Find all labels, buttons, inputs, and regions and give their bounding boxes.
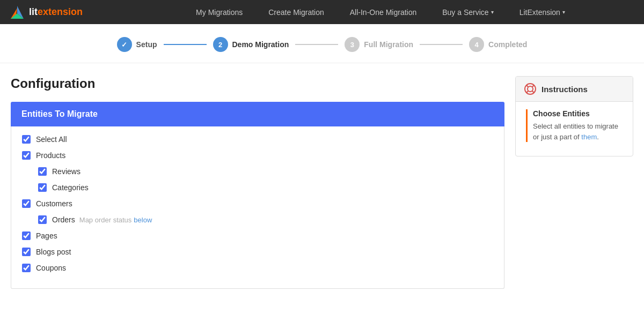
checkbox-customers[interactable] <box>22 199 31 208</box>
label-orders[interactable]: Orders <box>52 215 75 224</box>
checkbox-customers-row: Customers <box>22 199 493 208</box>
instructions-box: Instructions Choose Entities Select all … <box>515 76 633 156</box>
logo[interactable]: litextension <box>9 4 104 21</box>
step-full-label: Full Migration <box>364 40 413 49</box>
instructions-title: Instructions <box>541 85 588 94</box>
checkbox-orders[interactable] <box>38 215 47 224</box>
step-line-2 <box>295 44 338 45</box>
checkbox-select-all[interactable] <box>22 135 31 144</box>
step-setup: ✓ Setup <box>117 37 157 52</box>
nav-create-migration[interactable]: Create Migration <box>255 0 337 24</box>
checkbox-pages[interactable] <box>22 231 31 240</box>
nav-my-migrations[interactable]: My Migrations <box>183 0 255 24</box>
checkbox-products-row: Products <box>22 151 493 160</box>
steps-bar: ✓ Setup 2 Demo Migration 3 Full Migratio… <box>0 24 644 63</box>
label-reviews[interactable]: Reviews <box>52 167 80 176</box>
nav-all-in-one[interactable]: All-In-One Migration <box>337 0 430 24</box>
svg-line-8 <box>526 91 529 93</box>
section-body-text1: Select all entities to migrate or just a… <box>533 122 618 141</box>
checkbox-reviews[interactable] <box>38 167 47 176</box>
svg-line-9 <box>532 91 535 93</box>
checkbox-coupons[interactable] <box>22 264 31 272</box>
step-setup-circle: ✓ <box>117 37 132 52</box>
right-panel: Instructions Choose Entities Select all … <box>515 76 633 289</box>
checkbox-coupons-row: Coupons <box>22 264 493 272</box>
svg-line-7 <box>532 85 535 87</box>
step-completed-circle: 4 <box>469 37 484 52</box>
step-demo-circle: 2 <box>213 37 228 52</box>
checkbox-categories[interactable] <box>38 183 47 192</box>
step-completed-label: Completed <box>488 40 527 49</box>
nav-buy-service[interactable]: Buy a Service▾ <box>429 0 506 24</box>
lifesaver-icon <box>524 83 536 95</box>
step-completed: 4 Completed <box>469 37 527 52</box>
left-panel: Configuration Entities To Migrate Select… <box>11 76 504 289</box>
navbar: litextension My Migrations Create Migrat… <box>0 0 644 24</box>
step-full: 3 Full Migration <box>345 37 413 52</box>
checkbox-reviews-row: Reviews <box>22 167 493 176</box>
step-setup-label: Setup <box>136 40 157 49</box>
label-coupons[interactable]: Coupons <box>36 264 66 272</box>
svg-line-6 <box>526 85 529 87</box>
step-demo-label: Demo Migration <box>232 40 289 49</box>
step-line-3 <box>420 44 463 45</box>
logo-ext: extension <box>38 6 83 18</box>
section-body-link[interactable]: them <box>581 133 597 141</box>
nav-litextension[interactable]: LitExtension▾ <box>507 0 578 24</box>
step-line-1 <box>164 44 207 45</box>
page-title: Configuration <box>11 76 504 91</box>
main-content: Configuration Entities To Migrate Select… <box>0 63 644 289</box>
checkbox-products[interactable] <box>22 151 31 160</box>
step-demo: 2 Demo Migration <box>213 37 289 52</box>
entities-header: Entities To Migrate <box>11 102 504 126</box>
logo-lit: lit <box>29 6 38 18</box>
label-select-all[interactable]: Select All <box>36 135 67 144</box>
label-customers[interactable]: Customers <box>36 199 72 208</box>
entities-body: Select All Products Reviews Categories C… <box>11 126 504 289</box>
label-pages[interactable]: Pages <box>36 231 57 240</box>
instructions-header: Instructions <box>516 77 633 102</box>
checkbox-orders-row: Orders Map order status below <box>22 215 493 224</box>
step-full-circle: 3 <box>345 37 360 52</box>
instructions-section: Choose Entities Select all entities to m… <box>526 109 624 142</box>
instructions-body: Choose Entities Select all entities to m… <box>516 102 633 156</box>
checkbox-select-all-row: Select All <box>22 135 493 144</box>
checkbox-blogs-row: Blogs post <box>22 248 493 256</box>
buy-service-caret: ▾ <box>491 9 494 15</box>
instructions-section-title: Choose Entities <box>533 109 624 118</box>
map-order-link[interactable]: below <box>134 216 152 224</box>
label-blogs[interactable]: Blogs post <box>36 248 71 256</box>
nav-links: My Migrations Create Migration All-In-On… <box>126 0 635 24</box>
map-order-text: Map order status <box>79 216 132 224</box>
label-categories[interactable]: Categories <box>52 183 89 192</box>
section-body-text2: . <box>597 133 599 141</box>
litextension-caret: ▾ <box>562 9 565 15</box>
checkbox-pages-row: Pages <box>22 231 493 240</box>
checkbox-categories-row: Categories <box>22 183 493 192</box>
checkbox-blogs[interactable] <box>22 248 31 256</box>
instructions-section-body: Select all entities to migrate or just a… <box>533 121 624 142</box>
label-products[interactable]: Products <box>36 151 65 160</box>
